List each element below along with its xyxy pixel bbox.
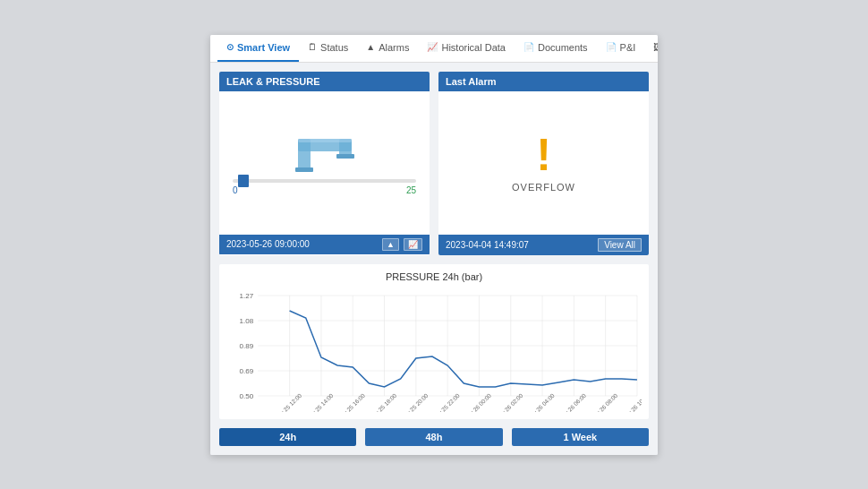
- leak-pressure-title: LEAK & PRESSURE: [226, 76, 320, 87]
- last-alarm-footer: 2023-04-04 14:49:07 View All: [438, 235, 649, 255]
- tab-status-label: Status: [320, 42, 348, 53]
- tab-smart-view-label: Smart View: [237, 42, 290, 53]
- tab-alarms-label: Alarms: [379, 42, 409, 53]
- svg-rect-1: [298, 139, 311, 170]
- tab-gallery[interactable]: 🖼 Galle: [644, 35, 658, 62]
- tab-bar: ⊙ Smart View 🗒 Status ▲ Alarms 📈 Histori…: [210, 35, 658, 63]
- tab-historical-data[interactable]: 📈 Historical Data: [418, 35, 515, 62]
- last-alarm-header: Last Alarm: [438, 72, 649, 91]
- slider-max-label: 25: [406, 185, 416, 195]
- svg-text:May 26 06:00: May 26 06:00: [557, 391, 588, 411]
- svg-text:May 26 02:00: May 26 02:00: [494, 391, 524, 411]
- leak-pressure-header: LEAK & PRESSURE: [219, 72, 430, 91]
- svg-text:0.69: 0.69: [240, 367, 254, 375]
- gallery-icon: 🖼: [653, 42, 658, 52]
- chart-title: PRESSURE 24h (bar): [226, 271, 642, 282]
- pni-icon: 📄: [606, 42, 617, 52]
- alarm-footer-icon[interactable]: ▲: [382, 238, 399, 251]
- leak-pressure-timestamp: 2023-05-26 09:00:00: [226, 239, 310, 249]
- tab-pni-label: P&I: [620, 42, 636, 53]
- svg-text:May 25 12:00: May 25 12:00: [273, 391, 303, 411]
- svg-text:May 25 20:00: May 25 20:00: [400, 391, 430, 411]
- svg-text:May 25 16:00: May 25 16:00: [336, 391, 367, 411]
- slider-labels: 0 25: [233, 185, 416, 195]
- leak-pressure-footer: 2023-05-26 09:00:00 ▲ 📈: [219, 235, 430, 254]
- last-alarm-card: Last Alarm ! OVERFLOW 2023-04-04 14:49:0…: [438, 72, 649, 255]
- svg-text:0.50: 0.50: [240, 392, 254, 400]
- exclamation-icon: !: [536, 133, 551, 177]
- content-area: LEAK & PRESSURE: [210, 63, 658, 455]
- slider-area: 0 25: [228, 179, 421, 195]
- slider-min-label: 0: [233, 185, 238, 195]
- historical-data-icon: 📈: [427, 42, 438, 52]
- svg-text:May 25 14:00: May 25 14:00: [305, 391, 336, 411]
- svg-text:1.08: 1.08: [240, 317, 254, 325]
- leak-pressure-body: 0 25: [219, 91, 430, 235]
- main-container: ⊙ Smart View 🗒 Status ▲ Alarms 📈 Histori…: [210, 35, 658, 455]
- smart-view-icon: ⊙: [226, 42, 234, 52]
- view-all-button[interactable]: View All: [598, 238, 642, 252]
- tab-historical-data-label: Historical Data: [441, 42, 506, 53]
- slider-thumb[interactable]: [238, 175, 249, 187]
- chart-wrapper: 1.27 1.08 0.89 0.69 0.50 May 25 12:00 Ma…: [226, 287, 642, 412]
- svg-text:May 26 00:00: May 26 00:00: [463, 391, 493, 411]
- svg-rect-5: [298, 139, 352, 142]
- svg-text:May 26 04:00: May 26 04:00: [526, 391, 557, 411]
- time-1week-button[interactable]: 1 Week: [512, 428, 649, 446]
- documents-icon: 📄: [523, 42, 534, 52]
- svg-text:0.89: 0.89: [240, 342, 254, 350]
- svg-rect-2: [295, 167, 313, 172]
- svg-text:May 25 18:00: May 25 18:00: [368, 391, 398, 411]
- tab-status[interactable]: 🗒 Status: [299, 35, 357, 62]
- chart-footer-icon[interactable]: 📈: [404, 238, 422, 251]
- slider-track[interactable]: [233, 179, 416, 183]
- last-alarm-body: ! OVERFLOW: [438, 91, 649, 235]
- top-row: LEAK & PRESSURE: [219, 72, 649, 255]
- svg-text:1.27: 1.27: [240, 292, 254, 300]
- footer-icons: ▲ 📈: [382, 238, 422, 251]
- tab-documents-label: Documents: [538, 42, 588, 53]
- last-alarm-title: Last Alarm: [446, 76, 496, 87]
- time-24h-button[interactable]: 24h: [219, 428, 356, 446]
- time-48h-button[interactable]: 48h: [365, 428, 502, 446]
- svg-rect-4: [336, 154, 354, 159]
- svg-text:May 25 22:00: May 25 22:00: [431, 391, 462, 411]
- tab-smart-view[interactable]: ⊙ Smart View: [217, 35, 299, 62]
- chart-card: PRESSURE 24h (bar): [219, 264, 649, 419]
- status-icon: 🗒: [308, 42, 317, 52]
- leak-pressure-card: LEAK & PRESSURE: [219, 72, 430, 255]
- tab-pni[interactable]: 📄 P&I: [597, 35, 645, 62]
- pressure-chart: 1.27 1.08 0.89 0.69 0.50 May 25 12:00 Ma…: [226, 287, 642, 412]
- svg-text:May 26 08:00: May 26 08:00: [589, 391, 619, 411]
- overflow-label: OVERFLOW: [512, 182, 575, 193]
- tab-documents[interactable]: 📄 Documents: [515, 35, 597, 62]
- alarms-icon: ▲: [366, 42, 375, 52]
- pipe-icon: [294, 130, 356, 179]
- last-alarm-timestamp: 2023-04-04 14:49:07: [446, 240, 529, 250]
- time-buttons: 24h 48h 1 Week: [219, 428, 649, 446]
- tab-alarms[interactable]: ▲ Alarms: [357, 35, 418, 62]
- svg-text:May 26 10:00: May 26 10:00: [621, 391, 642, 411]
